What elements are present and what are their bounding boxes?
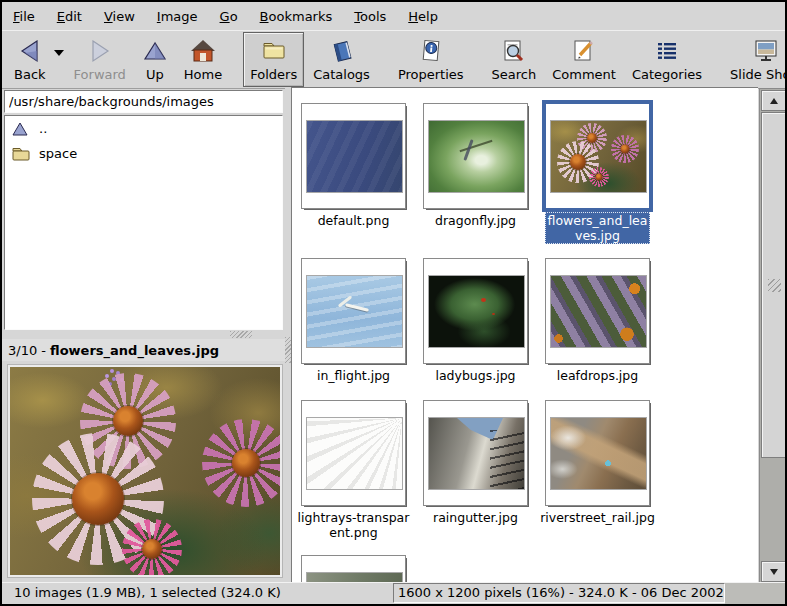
scroll-down-button[interactable] <box>761 561 786 582</box>
categories-button[interactable]: Categories <box>625 32 709 87</box>
thumbnail-label-selected[interactable]: flowers_and_leaves.jpg <box>545 212 650 244</box>
menubar: File Edit View Image Go Bookmarks Tools … <box>2 2 785 30</box>
home-icon <box>190 37 216 65</box>
preview-panel <box>4 363 283 584</box>
slide-show-button[interactable]: Slide Show <box>723 32 787 87</box>
scroll-down-icon <box>770 569 778 575</box>
thumbnail-art-detail <box>589 167 609 187</box>
thumbnail-card[interactable] <box>301 258 406 364</box>
up-dir-icon <box>11 120 31 138</box>
forward-button: Forward <box>67 32 133 87</box>
toolbar: Back Forward Up Home Folders <box>2 30 785 89</box>
preview-art-detail <box>110 369 114 373</box>
properties-button[interactable]: Properties <box>391 32 471 87</box>
search-button[interactable]: Search <box>485 32 544 87</box>
up-button[interactable]: Up <box>135 32 175 87</box>
back-icon <box>17 37 43 65</box>
thumbnail-label[interactable]: in_flight.jpg <box>294 368 413 383</box>
gthumb-window: File Edit View Image Go Bookmarks Tools … <box>0 0 787 606</box>
thumbnail-image <box>550 275 647 348</box>
menu-file[interactable]: File <box>2 4 46 29</box>
thumbnail-label[interactable]: raingutter.jpg <box>416 510 535 525</box>
comment-button[interactable]: Comment <box>545 32 623 87</box>
thumbnail-image <box>306 120 403 193</box>
thumbnail-card[interactable] <box>545 400 650 506</box>
slideshow-icon <box>753 37 779 65</box>
properties-label: Properties <box>398 67 464 82</box>
thumbnail-label[interactable]: lightrays-transparent.png <box>294 510 413 540</box>
folder-icon <box>11 145 31 163</box>
thumbnail-card[interactable] <box>423 400 528 506</box>
up-icon <box>142 37 168 65</box>
preview-art-detail <box>122 519 182 577</box>
categories-icon <box>654 37 680 65</box>
scrollbar-thumb[interactable] <box>761 112 786 458</box>
browser-position-status: 3/10 - flowers_and_leaves.jpg <box>2 339 291 361</box>
menu-view[interactable]: View <box>93 4 146 29</box>
scroll-up-button[interactable] <box>761 90 786 111</box>
comment-label: Comment <box>552 67 616 82</box>
catalogs-icon <box>329 37 355 65</box>
thumbnail-image <box>428 275 525 348</box>
location-path-input[interactable] <box>4 90 283 113</box>
categories-label: Categories <box>632 67 702 82</box>
scroll-up-icon <box>770 98 778 104</box>
thumbnail-card[interactable] <box>423 258 528 364</box>
forward-icon <box>87 37 113 65</box>
thumbnail-label[interactable]: dragonfly.jpg <box>416 213 535 228</box>
horizontal-splitter[interactable] <box>2 330 285 339</box>
up-label: Up <box>146 67 164 82</box>
thumbnail-image <box>428 120 525 193</box>
back-button[interactable]: Back <box>7 32 53 87</box>
thumbnail-card[interactable] <box>301 400 406 506</box>
folders-label: Folders <box>250 67 297 82</box>
folders-icon <box>261 37 287 65</box>
thumbnail-label[interactable]: ladybugs.jpg <box>416 368 535 383</box>
selected-filename: flowers_and_leaves.jpg <box>50 343 219 358</box>
thumbnail-image <box>306 417 403 490</box>
main-area: .. space 3/10 - flowers_and_leaves.jpg <box>2 87 787 586</box>
search-icon <box>501 37 527 65</box>
menu-help[interactable]: Help <box>397 4 449 29</box>
thumbnail-card[interactable] <box>301 103 406 209</box>
menu-tools[interactable]: Tools <box>343 4 397 29</box>
thumbnail-card[interactable] <box>423 103 528 209</box>
statusbar-grip-area <box>725 583 787 604</box>
thumbnail-label[interactable]: default.png <box>294 213 413 228</box>
folder-list-item-parent[interactable]: .. <box>5 116 282 141</box>
thumbnail-card-selected[interactable] <box>545 103 650 209</box>
forward-label: Forward <box>74 67 126 82</box>
preview-image <box>8 365 282 577</box>
menu-go[interactable]: Go <box>209 4 249 29</box>
slide-show-label: Slide Show <box>730 67 787 82</box>
thumbnail-card[interactable] <box>545 258 650 364</box>
folder-list-item-space[interactable]: space <box>5 141 282 166</box>
folders-button[interactable]: Folders <box>243 32 304 87</box>
preview-art-detail <box>202 419 282 507</box>
menu-bookmarks[interactable]: Bookmarks <box>249 4 344 29</box>
splitter-grip <box>230 331 252 338</box>
properties-icon <box>418 37 444 65</box>
menu-image[interactable]: Image <box>146 4 209 29</box>
thumbnail-grid: default.png dragonfly.jpg flowers_and_le… <box>291 87 758 584</box>
thumbnail-image <box>550 120 647 193</box>
back-history-dropdown-icon[interactable] <box>54 50 64 56</box>
folder-list[interactable]: .. space <box>4 115 283 330</box>
position-text: 3/10 - <box>8 343 46 358</box>
folder-list-item-label: .. <box>39 121 47 136</box>
thumbnail-image <box>428 417 525 490</box>
menu-edit[interactable]: Edit <box>46 4 93 29</box>
search-label: Search <box>492 67 537 82</box>
catalogs-button[interactable]: Catalogs <box>306 32 377 87</box>
thumbnail-card-partial[interactable] <box>301 555 406 584</box>
thumbnail-label[interactable]: leafdrops.jpg <box>538 368 657 383</box>
scrollbar-grip <box>768 279 781 292</box>
grid-scrollbar[interactable] <box>759 88 787 584</box>
image-info-status: 1600 x 1200 pixels (16%) - 324.0 K - 06 … <box>393 583 725 603</box>
thumbnail-label[interactable]: riverstreet_rail.jpg <box>538 510 657 525</box>
home-button[interactable]: Home <box>177 32 229 87</box>
comment-icon <box>571 37 597 65</box>
thumbnail-image <box>550 417 647 490</box>
home-label: Home <box>184 67 222 82</box>
image-count-status: 10 images (1.9 MB), 1 selected (324.0 K) <box>14 585 281 600</box>
